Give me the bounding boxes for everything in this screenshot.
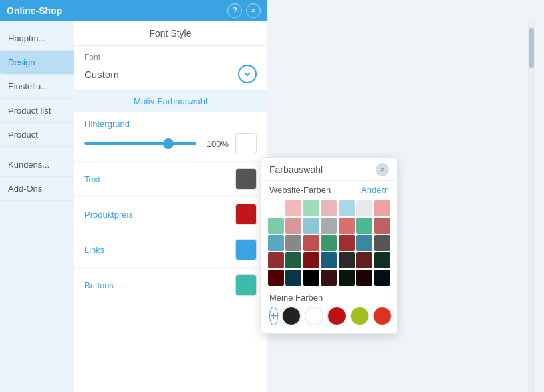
motiv-header: Motiv-Farbauswahl: [74, 91, 267, 112]
popup-close-button[interactable]: ×: [376, 163, 389, 176]
slider-thumb: [163, 138, 174, 149]
color-cell-30[interactable]: [303, 270, 319, 286]
color-cell-7[interactable]: [268, 218, 284, 234]
sidebar-item-kundens[interactable]: Kundens...: [0, 153, 74, 177]
color-cell-25[interactable]: [339, 252, 355, 268]
my-color-swatch-0[interactable]: [282, 307, 301, 325]
color-cell-20[interactable]: [374, 235, 390, 251]
text-color-row: Text: [74, 162, 267, 197]
sidebar-item-product[interactable]: Product: [0, 123, 74, 147]
buttons-color-row: Buttons: [74, 268, 267, 303]
links-color-swatch[interactable]: [235, 239, 257, 260]
color-cell-12[interactable]: [356, 218, 372, 234]
color-cell-29[interactable]: [285, 270, 301, 286]
my-colors-container: [282, 307, 392, 325]
buttons-color-swatch[interactable]: [235, 274, 257, 296]
content-area: Hauptm... Design Einstellu... Product li…: [0, 21, 267, 392]
color-cell-33[interactable]: [356, 270, 372, 286]
sidebar: Hauptm... Design Einstellu... Product li…: [0, 21, 74, 392]
font-value: Custom: [84, 69, 119, 80]
tab-aendern[interactable]: Ändern: [361, 185, 389, 195]
my-color-swatch-2[interactable]: [327, 307, 346, 325]
popup-header: Farbauswahl ×: [261, 158, 397, 181]
close-button[interactable]: ×: [246, 3, 261, 18]
scrollbar-track: [528, 21, 535, 392]
meine-farben-label: Meine Farben: [261, 290, 397, 307]
popup-tabs: Website-Farben Ändern: [261, 181, 397, 199]
hintergrund-row: Hintergrund 100%: [74, 112, 267, 162]
hintergrund-color-swatch[interactable]: [235, 133, 257, 154]
add-color-button[interactable]: +: [269, 307, 278, 325]
opacity-value: 100%: [203, 139, 229, 149]
help-button[interactable]: ?: [227, 3, 242, 18]
produktpreis-label: Produktpreis: [84, 210, 235, 220]
popup-title: Farbauswahl: [269, 164, 323, 175]
color-cell-3[interactable]: [321, 200, 337, 216]
color-cell-11[interactable]: [339, 218, 355, 234]
color-cell-6[interactable]: [374, 200, 390, 216]
produktpreis-color-swatch[interactable]: [235, 204, 257, 225]
produktpreis-color-row: Produktpreis: [74, 197, 267, 232]
sidebar-item-add-ons[interactable]: Add-Ons: [0, 177, 74, 201]
hintergrund-label: Hintergrund: [84, 119, 257, 129]
title-bar-buttons: ? ×: [227, 3, 261, 18]
color-cell-31[interactable]: [321, 270, 337, 286]
links-color-row: Links: [74, 232, 267, 268]
font-selector: Custom: [84, 65, 257, 83]
opacity-slider[interactable]: [84, 142, 196, 145]
color-cell-15[interactable]: [285, 235, 301, 251]
sidebar-item-einstellu[interactable]: Einstellu...: [0, 75, 74, 99]
color-cell-23[interactable]: [303, 252, 319, 268]
color-cell-32[interactable]: [339, 270, 355, 286]
color-cell-26[interactable]: [356, 252, 372, 268]
color-cell-8[interactable]: [285, 218, 301, 234]
color-cell-34[interactable]: [374, 270, 390, 286]
sidebar-item-design[interactable]: Design: [0, 51, 74, 75]
color-cell-19[interactable]: [356, 235, 372, 251]
color-cell-27[interactable]: [374, 252, 390, 268]
color-cell-22[interactable]: [285, 252, 301, 268]
text-label: Text: [84, 174, 235, 184]
hintergrund-controls: 100%: [84, 133, 257, 154]
chevron-down-icon: [243, 69, 252, 79]
font-style-header: Font Style: [74, 21, 267, 46]
sidebar-divider: [0, 150, 74, 150]
color-cell-13[interactable]: [374, 218, 390, 234]
title-bar: Online-Shop ? ×: [0, 0, 267, 21]
color-cell-21[interactable]: [268, 252, 284, 268]
my-color-swatch-3[interactable]: [350, 307, 369, 325]
sidebar-item-product-list[interactable]: Product list: [0, 99, 74, 123]
font-label: Font: [84, 53, 257, 62]
app-title: Online-Shop: [7, 5, 62, 16]
my-color-swatch-1[interactable]: [305, 307, 323, 325]
color-cell-24[interactable]: [321, 252, 337, 268]
color-cell-14[interactable]: [268, 235, 284, 251]
color-cell-28[interactable]: [268, 270, 284, 286]
color-cell-2[interactable]: [303, 200, 319, 216]
buttons-label: Buttons: [84, 280, 235, 290]
color-grid: [261, 199, 397, 290]
text-color-swatch[interactable]: [235, 168, 257, 190]
font-dropdown-button[interactable]: [238, 65, 257, 83]
app-window: Online-Shop ? × Hauptm... Design Einstel…: [0, 0, 267, 392]
color-cell-16[interactable]: [303, 235, 319, 251]
color-cell-4[interactable]: [339, 200, 355, 216]
my-color-swatch-4[interactable]: [373, 307, 392, 325]
color-cell-17[interactable]: [321, 235, 337, 251]
font-row: Font Custom: [74, 46, 267, 91]
color-cell-9[interactable]: [303, 218, 319, 234]
farbauswahl-popup: Farbauswahl × Website-Farben Ändern Mein…: [261, 157, 398, 334]
sidebar-item-hauptm[interactable]: Hauptm...: [0, 27, 74, 51]
links-label: Links: [84, 245, 235, 255]
color-cell-0[interactable]: [268, 200, 284, 216]
meine-farben-row: +: [261, 307, 397, 325]
tab-website-farben[interactable]: Website-Farben: [269, 185, 331, 195]
slider-track: [84, 142, 196, 145]
color-cell-18[interactable]: [339, 235, 355, 251]
scrollbar-thumb[interactable]: [529, 28, 534, 68]
color-cell-5[interactable]: [356, 200, 372, 216]
color-cell-10[interactable]: [321, 218, 337, 234]
color-cell-1[interactable]: [285, 200, 301, 216]
main-panel: Font Style Font Custom Motiv-Farbauswahl…: [74, 21, 267, 392]
